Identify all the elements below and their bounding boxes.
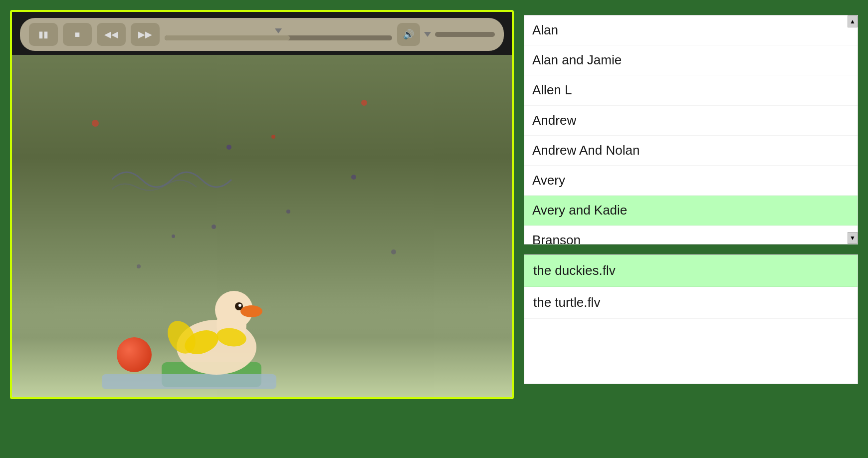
pause-button[interactable]: ▮▮ — [29, 23, 58, 46]
names-list-item[interactable]: Allen L — [524, 75, 858, 105]
svg-point-4 — [238, 304, 241, 307]
names-list-item[interactable]: Avery and Kadie — [524, 196, 858, 226]
progress-track[interactable] — [165, 35, 392, 40]
rewind-button[interactable]: ◀◀ — [97, 23, 126, 46]
decoration-dot — [226, 145, 231, 150]
progress-dropdown-icon[interactable] — [275, 28, 282, 33]
forward-button[interactable]: ▶▶ — [131, 23, 160, 46]
files-list-item[interactable]: the turtle.flv — [524, 287, 858, 319]
wall-marks — [112, 155, 261, 205]
video-frame — [12, 55, 512, 397]
duck-svg — [152, 277, 276, 377]
names-list[interactable]: AlanAlan and JamieAllen LAndrewAndrew An… — [524, 15, 858, 244]
right-panel: AlanAlan and JamieAllen LAndrewAndrew An… — [524, 10, 858, 384]
decoration-dot — [286, 210, 290, 214]
volume-button[interactable]: 🔊 — [397, 23, 420, 46]
names-list-item[interactable]: Avery — [524, 166, 858, 196]
volume-track[interactable] — [435, 32, 495, 37]
volume-dropdown-icon[interactable] — [424, 32, 431, 37]
progress-container — [165, 28, 392, 40]
controls-bar: ▮▮ ■ ◀◀ ▶▶ 🔊 — [20, 18, 504, 51]
names-list-container: AlanAlan and JamieAllen LAndrewAndrew An… — [524, 15, 858, 244]
decoration-dot — [172, 234, 175, 238]
decoration-dot — [271, 135, 275, 139]
decoration-dot — [137, 264, 141, 268]
decoration-dot — [212, 225, 216, 229]
names-list-item[interactable]: Alan — [524, 15, 858, 45]
decoration-dot — [391, 249, 396, 254]
names-list-item[interactable]: Branson — [524, 226, 858, 244]
video-scene — [12, 55, 512, 397]
video-panel: ▮▮ ■ ◀◀ ▶▶ 🔊 — [10, 10, 514, 399]
scroll-down-button[interactable]: ▼ — [848, 232, 858, 244]
scroll-up-button[interactable]: ▲ — [848, 15, 858, 27]
duck-area — [12, 297, 512, 397]
decoration-dot — [92, 120, 99, 127]
red-toy — [117, 337, 152, 372]
files-list-container: the duckies.flvthe turtle.flv — [524, 254, 858, 384]
stop-button[interactable]: ■ — [63, 23, 92, 46]
svg-point-5 — [240, 305, 262, 317]
names-list-item[interactable]: Andrew — [524, 106, 858, 136]
progress-fill — [165, 35, 290, 40]
names-list-item[interactable]: Andrew And Nolan — [524, 136, 858, 166]
volume-section: 🔊 — [397, 23, 495, 46]
names-list-item[interactable]: Alan and Jamie — [524, 45, 858, 75]
decoration-dot — [361, 100, 367, 106]
files-list-item[interactable]: the duckies.flv — [524, 255, 858, 287]
decoration-dot — [351, 175, 356, 180]
files-list[interactable]: the duckies.flvthe turtle.flv — [524, 255, 858, 384]
